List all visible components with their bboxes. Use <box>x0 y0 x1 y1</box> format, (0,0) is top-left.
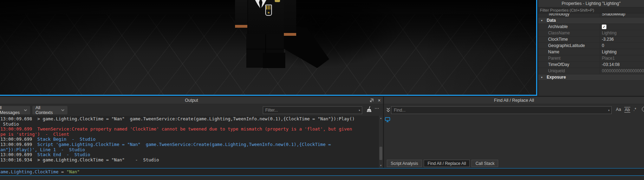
clear-output-icon[interactable] <box>366 106 372 113</box>
property-row-clocktime[interactable]: ClockTime-3.236 <box>538 36 644 43</box>
property-section-data[interactable]: ▾Data <box>538 18 644 24</box>
close-panel-icon[interactable]: ✕ <box>378 99 381 102</box>
console-message: Stack End - Studio <box>32 152 90 157</box>
tab-find-all-replace-all[interactable]: Find All / Replace All <box>424 160 470 167</box>
client-monitor-icon[interactable] <box>385 117 390 122</box>
console-timestamp: 13:00:09.699 <box>0 152 32 157</box>
archivable-checkbox[interactable]: ✓ <box>602 25 606 29</box>
command-token: . <box>8 169 11 174</box>
console-timestamp: 13:00:09.699 <box>0 126 32 132</box>
property-value[interactable]: Lighting <box>600 30 644 36</box>
property-row-technology[interactable]: TechnologyShadowMap <box>538 13 644 18</box>
console-line: 13:00:09.698 > game.Lighting.ClockTime =… <box>0 116 378 122</box>
property-name: Technology <box>538 13 600 17</box>
properties-panel-title: Properties - Lighting "Lighting" <box>538 0 644 7</box>
property-value[interactable]: -03:14:08 <box>600 62 644 68</box>
scroll-down-icon[interactable]: ▾ <box>379 164 383 167</box>
command-bar-input[interactable]: ame.Lighting.ClockTime = "Nan" <box>0 168 644 176</box>
command-token: Lighting <box>11 169 32 174</box>
search-icon[interactable] <box>642 107 644 112</box>
property-name: Parent <box>538 55 600 61</box>
console-message: pe is 'string') - Client <box>0 132 69 137</box>
console-line: Studio <box>0 122 378 127</box>
property-row-parent[interactable]: ParentPlace1 <box>538 55 644 62</box>
status-bar <box>0 176 644 180</box>
roblox-studio-window: ★ Properties - Lighting "Lighting" Techn… <box>0 0 644 180</box>
console-line: an"}):Play()', Line 1 - Studio <box>0 147 378 153</box>
command-token: ClockTime <box>35 169 59 174</box>
property-value[interactable]: Lighting <box>600 49 644 55</box>
property-name: ClassName <box>538 30 600 36</box>
character-hand <box>275 0 280 2</box>
console-message: Stack Begin - Studio <box>32 136 96 142</box>
output-console[interactable]: 13:00:09.698 > game.Lighting.ClockTime =… <box>0 116 378 168</box>
find-panel-title: Find All / Replace All <box>384 97 644 104</box>
character-left-arm <box>235 0 248 28</box>
medal-star-icon: ★ <box>266 10 271 15</box>
filter-properties-input[interactable] <box>538 7 644 13</box>
tab-script-analysis[interactable]: Script Analysis <box>387 160 422 167</box>
character-right-arm <box>284 0 296 36</box>
console-message: an"}):Play()', Line 1 - Studio <box>0 147 85 152</box>
3d-viewport[interactable]: ★ <box>0 0 537 96</box>
property-row-uniqueid[interactable]: UniqueId000000000000000000000000 <box>538 68 644 74</box>
console-message: > game.Lighting.ClockTime = "Nan" - Stud… <box>32 157 159 162</box>
expand-replace-icon[interactable] <box>386 107 390 112</box>
command-token: ame <box>0 169 8 174</box>
property-value[interactable]: ✓ <box>600 24 644 30</box>
property-row-archivable[interactable]: Archivable✓ <box>538 24 644 30</box>
output-panel: Output ✕ ll Messages All Contexts ▾ <box>0 97 383 168</box>
property-name: Archivable <box>538 24 600 30</box>
console-message: > game.Lighting.ClockTime = "Nan" game.T… <box>32 116 354 121</box>
console-line: 13:00:09.699 Script 'game.Lighting.Clock… <box>0 142 378 147</box>
console-message: Studio <box>0 121 19 127</box>
dock-panel-icon[interactable] <box>370 99 373 102</box>
find-panel-tabs: Script AnalysisFind All / Replace AllCal… <box>387 160 498 167</box>
property-name: ClockTime <box>538 36 600 42</box>
scroll-up-icon[interactable]: ▴ <box>379 116 383 120</box>
console-timestamp: 13:00:16.934 <box>0 157 32 162</box>
property-value[interactable]: 0 <box>600 43 644 49</box>
whole-word-icon[interactable]: Ab <box>624 107 630 113</box>
property-row-geographiclatitude[interactable]: GeographicLatitude0 <box>538 43 644 49</box>
match-case-icon[interactable]: Aa <box>616 107 621 112</box>
property-row-timeofday[interactable]: TimeOfDay-03:14:08 <box>538 62 644 68</box>
find-toolbar: ▾ Aa Ab .* <box>384 105 644 116</box>
property-name: Name <box>538 49 600 55</box>
output-filter-input[interactable] <box>263 106 362 114</box>
property-section-exposure[interactable]: ▾Exposure <box>538 74 644 81</box>
console-line: 13:00:09.699 TweenService:Create propert… <box>0 127 378 132</box>
messages-filter-dropdown[interactable]: ll Messages <box>0 106 30 114</box>
console-line: 13:00:16.934 > game.Lighting.ClockTime =… <box>0 158 378 163</box>
command-token: . <box>32 169 35 174</box>
console-timestamp: 13:00:09.699 <box>0 142 32 147</box>
property-row-classname[interactable]: ClassNameLighting <box>538 30 644 36</box>
command-token: "Nan" <box>66 169 80 174</box>
output-scrollbar[interactable]: ▴ ▾ <box>378 116 383 168</box>
console-line: pe is 'string') - Client <box>0 132 378 137</box>
property-row-name[interactable]: NameLighting <box>538 49 644 55</box>
find-all-replace-all-panel: Find All / Replace All ▾ Aa Ab .* Script… <box>384 97 644 168</box>
property-value[interactable]: -3.236 <box>600 36 644 42</box>
section-collapse-icon[interactable]: ▾ <box>541 18 542 24</box>
more-options-icon[interactable]: ⋯ <box>375 106 379 111</box>
properties-rows: TechnologyShadowMap▾DataArchivable✓Class… <box>538 13 644 96</box>
console-timestamp: 13:00:09.698 <box>0 116 32 121</box>
property-name: TimeOfDay <box>538 62 600 68</box>
section-collapse-icon[interactable]: ▾ <box>541 74 542 80</box>
find-input[interactable] <box>391 106 612 114</box>
properties-panel: Properties - Lighting "Lighting" Technol… <box>538 0 644 96</box>
output-toolbar: ll Messages All Contexts ▾ ⋯ <box>0 105 383 116</box>
character-medal: ★ <box>265 5 272 16</box>
property-name: GeographicLatitude <box>538 43 600 49</box>
contexts-filter-dropdown[interactable]: All Contexts <box>32 106 67 114</box>
scrollbar-thumb[interactable] <box>379 147 382 160</box>
regex-icon[interactable]: .* <box>633 107 636 112</box>
tab-call-stack[interactable]: Call Stack <box>471 160 498 167</box>
console-timestamp: 13:00:09.699 <box>0 136 32 142</box>
chevron-down-icon <box>24 109 27 111</box>
chevron-down-icon <box>61 109 64 111</box>
property-value[interactable]: Place1 <box>600 55 644 61</box>
property-value[interactable]: 000000000000000000000000 <box>600 68 644 74</box>
property-value[interactable]: ShadowMap <box>600 13 644 17</box>
